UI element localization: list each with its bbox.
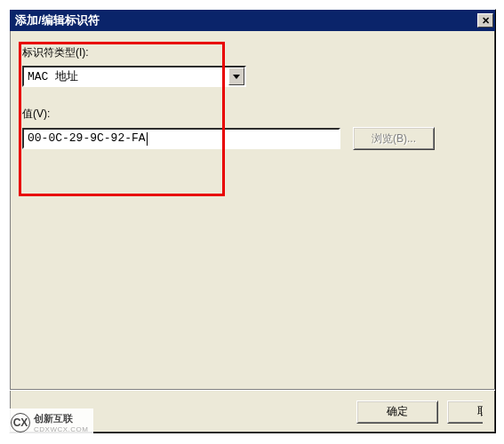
cancel-button[interactable]: 取消 bbox=[447, 400, 483, 424]
chevron-down-icon bbox=[233, 75, 240, 79]
value-input-text: 00-0C-29-9C-92-FA bbox=[28, 130, 146, 147]
dialog-window: 添加/编辑标识符 ✕ 标识符类型(I): MAC 地址 值(V): 00-0C-… bbox=[9, 9, 496, 433]
cancel-button-label: 取消 bbox=[477, 404, 483, 419]
combo-dropdown-button[interactable] bbox=[228, 67, 244, 85]
value-field: 值(V): 00-0C-29-9C-92-FA 浏览(B)... bbox=[22, 107, 483, 150]
ok-button-label: 确定 bbox=[387, 404, 408, 419]
identifier-type-value: MAC 地址 bbox=[24, 68, 228, 84]
value-input[interactable]: 00-0C-29-9C-92-FA bbox=[22, 128, 340, 149]
dialog-footer: 确定 取消 bbox=[10, 390, 495, 432]
text-caret bbox=[147, 132, 148, 146]
close-icon: ✕ bbox=[482, 16, 490, 26]
browse-button: 浏览(B)... bbox=[353, 127, 435, 150]
cancel-button-cropped: 取消 bbox=[447, 400, 483, 424]
identifier-type-combo[interactable]: MAC 地址 bbox=[22, 66, 246, 87]
identifier-type-label: 标识符类型(I): bbox=[22, 45, 483, 60]
browse-button-label: 浏览(B)... bbox=[372, 131, 416, 147]
close-button[interactable]: ✕ bbox=[477, 13, 493, 28]
dialog-body: 标识符类型(I): MAC 地址 值(V): 00-0C-29-9C-92-FA… bbox=[10, 31, 495, 390]
ok-button[interactable]: 确定 bbox=[356, 400, 438, 424]
identifier-type-field: 标识符类型(I): MAC 地址 bbox=[22, 45, 483, 87]
titlebar: 添加/编辑标识符 ✕ bbox=[10, 10, 495, 31]
value-label: 值(V): bbox=[22, 107, 483, 122]
window-title: 添加/编辑标识符 bbox=[15, 12, 100, 28]
